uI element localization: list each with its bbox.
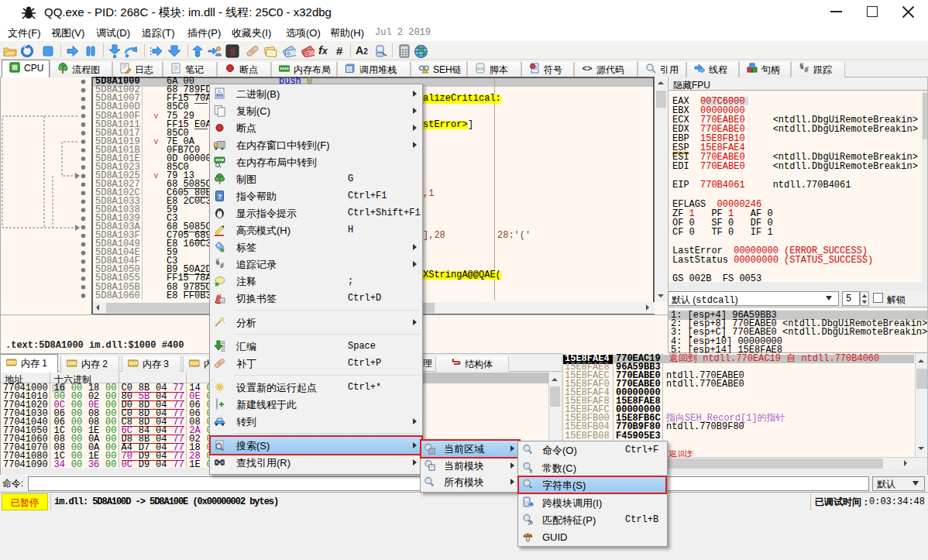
- svg-text:*: *: [431, 482, 433, 488]
- svg-text:S: S: [230, 46, 235, 57]
- svg-text:n: n: [222, 298, 224, 303]
- svg-text:01: 01: [218, 90, 222, 94]
- svg-text:10: 10: [218, 94, 222, 98]
- svg-text:›: ›: [530, 450, 532, 455]
- svg-text:<>: <>: [477, 66, 483, 71]
- svg-text:<>: <>: [583, 64, 593, 73]
- svg-text:#: #: [530, 468, 533, 473]
- svg-text:?: ?: [218, 193, 222, 201]
- svg-text:01: 01: [221, 349, 225, 352]
